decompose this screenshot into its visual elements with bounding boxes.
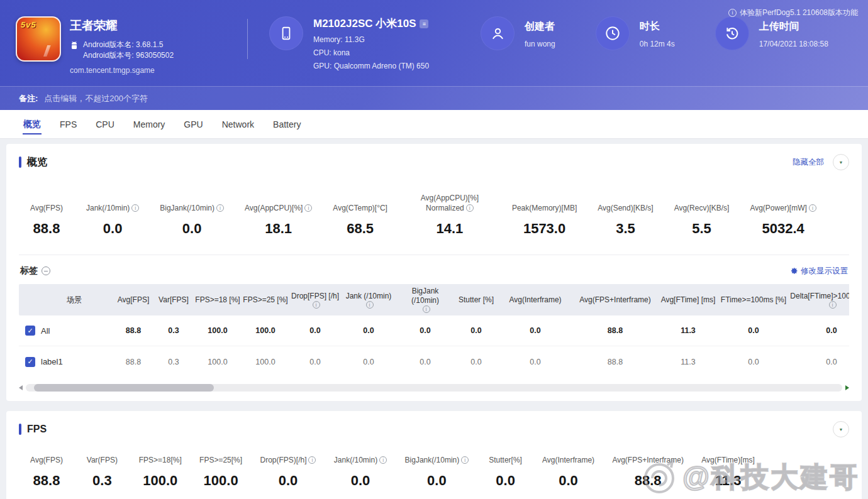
duration-value: 0h 12m 4s [640,40,675,48]
new-version-banner[interactable]: 体验新PerfDog5.1 210608版本功能 [728,8,858,18]
device-name: M2102J2SC 小米10S [313,16,416,31]
tab-label: GPU [184,119,203,129]
metric: Avg(Send)[KB/s] 3.5 [598,203,654,237]
info-icon[interactable] [304,204,312,212]
note-edit-text[interactable]: 点击编辑，不超过200个字符 [44,93,148,104]
metric-label: Drop(FPS)[/h] [260,456,306,464]
scroll-right-arrow[interactable] [845,385,849,390]
table-cell: 100.0 [194,326,242,335]
tab-item[interactable]: Battery [264,110,310,138]
horizontal-scrollbar [19,383,849,392]
tab-label: 概览 [23,119,41,130]
metric: Jank(/10min) 0.0 [86,203,139,237]
creator-value: fun wong [525,40,555,48]
table-row: label1 88.80.3100.0100.00.00.00.00.00.08… [19,346,849,377]
metric-value: 0.0 [160,221,224,237]
info-icon [728,9,737,17]
overview-card: 概览 隐藏全部 Avg(FPS) 88.8 Jank(/10min) 0.0 [6,144,862,401]
table-cell: 0.0 [289,358,341,366]
metric-value: 1573.0 [512,221,577,237]
metric: Avg(AppCPU)[%] 18.1 [245,203,312,237]
info-icon[interactable] [308,456,316,464]
row-checkbox[interactable] [25,357,35,367]
metric-label: Avg(FPS+Interframe) [612,456,683,464]
column-header: FTime>=100ms [%] [718,293,789,307]
info-icon[interactable] [461,456,469,464]
hide-all-link[interactable]: 隐藏全部 [793,157,824,168]
banner-text: 体验新PerfDog5.1 210608版本功能 [740,8,858,18]
display-settings-link[interactable]: 修改显示设置 [791,266,848,277]
metric-value: 3.5 [598,221,654,237]
row-label: All [41,326,50,336]
column-header: Avg[FTime] [ms] [658,293,718,307]
info-icon[interactable] [313,301,320,309]
upload-time-value: 17/04/2021 18:08:58 [759,40,828,48]
info-icon[interactable] [829,301,837,309]
table-cell: 0.0 [718,326,789,335]
info-icon[interactable] [379,456,387,464]
metric-label: Avg(FTime)[ms] [701,456,755,464]
tab-item[interactable]: 概览 [14,110,50,138]
tab-item[interactable]: GPU [174,110,212,138]
tab-item[interactable]: CPU [86,110,124,138]
metric-label: Avg(Power)[mW] [750,204,806,212]
table-cell: 0.0 [789,326,849,335]
column-header: Avg(Interframe) [498,293,572,307]
scroll-left-arrow[interactable] [19,385,23,390]
info-icon[interactable] [423,305,430,313]
person-icon [489,25,506,42]
metric-label: BigJank(/10min) [160,204,214,212]
duration-label: 时长 [640,20,675,33]
scrollbar-thumb[interactable] [34,384,214,392]
column-header: FPS>=25 [%] [242,293,289,307]
clock-icon [604,25,621,42]
metric-label: Jank(/10min) [334,456,377,464]
metric-label: Avg(Recv)[KB/s] [674,204,730,212]
column-header: Stutter [%] [454,293,498,307]
metric-label: BigJank(/10min) [405,456,460,464]
table-cell: 88.8 [113,358,153,366]
phone-icon [278,25,294,41]
overview-section-title: 概览 [19,156,47,169]
metric-value: 0.0 [542,473,594,489]
collapse-overview-button[interactable] [833,154,849,170]
device-memory: Memory: 11.3G [313,35,429,44]
tab-label: Network [222,119,254,129]
device-spec-icon[interactable] [420,19,428,28]
gear-icon [791,267,798,275]
info-icon[interactable] [131,204,139,212]
info-icon[interactable] [216,204,224,212]
tab-item[interactable]: Memory [124,110,175,138]
table-cell: 88.8 [113,326,153,335]
divider [19,255,849,255]
metric: Drop(FPS)[/h] 0.0 [260,455,316,489]
table-cell: 0.3 [153,326,194,335]
collapse-fps-button[interactable] [833,421,849,437]
metric-value: 5032.4 [750,221,816,237]
table-cell: 0.0 [789,358,849,366]
tab-item[interactable]: FPS [50,110,86,138]
info-icon[interactable] [809,204,816,212]
info-icon[interactable] [366,301,374,309]
table-cell: 0.0 [454,358,498,366]
metric-label: FPS>=25[%] [199,456,242,464]
row-checkbox[interactable] [25,326,35,336]
fps-section-title: FPS [19,424,47,435]
metric-value: 0.0 [487,473,525,489]
scrollbar-track[interactable] [26,384,842,392]
metric-value: 18.1 [245,221,312,237]
collapse-labels-icon[interactable] [42,266,50,275]
metric-value: 88.8 [28,473,65,489]
metric: Avg(FPS) 88.8 [28,455,65,489]
metric-value: 5.5 [674,221,730,237]
metric-label: Var(FPS) [87,456,118,464]
android-version-code: Android版本号: 963050502 [83,50,174,61]
info-icon[interactable] [466,204,474,212]
metric: Avg(AppCPU)[%] Normalized 14.1 [408,193,491,237]
column-header: Drop[FPS] [/h] [289,289,341,311]
labels-table: 场景 Avg[FPS] Var[FPS] FPS>=18 [%] FPS>=25… [19,284,849,377]
upload-time-label: 上传时间 [759,20,828,33]
metric-label: Avg(Interframe) [542,456,594,464]
metric-value: 0.0 [260,473,316,489]
tab-item[interactable]: Network [213,110,264,138]
